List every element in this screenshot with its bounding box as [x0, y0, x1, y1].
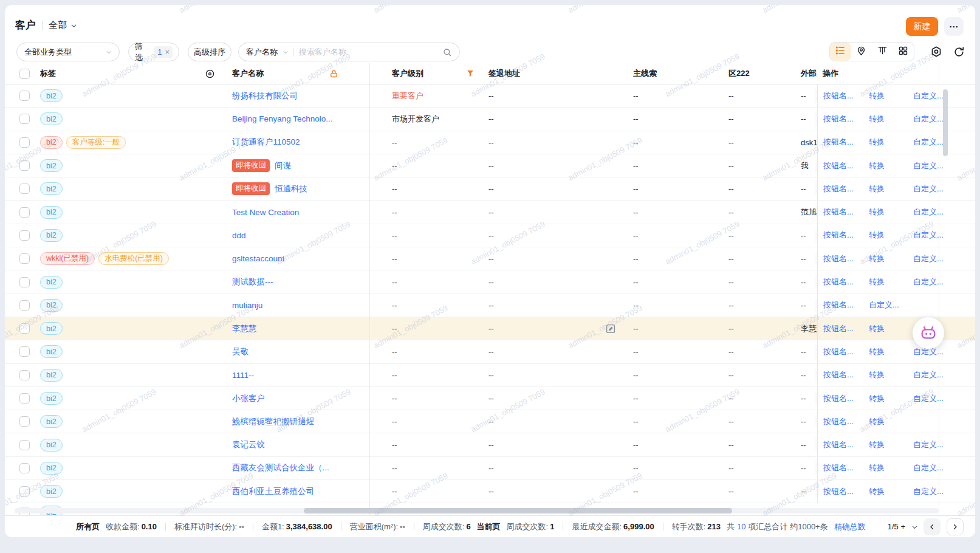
op-link[interactable]: 按钮名... — [823, 184, 869, 194]
table-row[interactable]: bi2Test New Creation--------范旭东按钮名...转换自… — [5, 201, 975, 224]
op-link[interactable]: 转换 — [869, 207, 913, 218]
table-row[interactable]: bi2西藏友会测试合伙企业（...----------按钮名...转换自定义..… — [5, 457, 975, 480]
op-link[interactable]: 按钮名... — [823, 369, 869, 380]
customer-name-link[interactable]: ddd — [232, 231, 246, 240]
op-link[interactable]: 按钮名... — [823, 160, 869, 171]
horizontal-scrollbar-thumb[interactable] — [304, 508, 732, 514]
search-combo[interactable]: 客户名称 搜索客户名称 — [238, 43, 460, 61]
customer-name-link[interactable]: gsltestaccount — [232, 254, 284, 263]
op-link[interactable]: 按钮名... — [823, 207, 869, 218]
customer-name-link[interactable]: 小张客户 — [232, 393, 265, 404]
op-link[interactable]: 转换 — [869, 369, 913, 380]
table-row[interactable]: bi2即将收回恒通科技----------按钮名...转换自定义... — [5, 177, 975, 201]
op-link[interactable]: 按钮名... — [823, 323, 869, 334]
op-link[interactable]: 按钮名... — [823, 439, 869, 450]
op-link[interactable]: 按钮名... — [823, 253, 869, 264]
more-button[interactable]: ⋯ — [944, 17, 964, 36]
op-link[interactable]: 转换 — [869, 160, 913, 171]
table-row[interactable]: bi2mulianju----------按钮名...自定义... — [5, 294, 975, 317]
op-link[interactable]: 转换 — [869, 462, 913, 473]
op-link[interactable]: 按钮名... — [823, 346, 869, 357]
op-link[interactable]: 转换 — [869, 486, 913, 497]
customer-name-link[interactable]: 袁记云饺 — [232, 439, 265, 450]
op-link[interactable]: 转换 — [869, 91, 913, 101]
select-all-checkbox[interactable] — [19, 69, 30, 79]
row-checkbox[interactable] — [19, 346, 30, 357]
table-row[interactable]: wkkl(已禁用)水电费松(已禁用)gsltestaccount--------… — [5, 247, 975, 270]
scope-select[interactable]: 全部 — [49, 19, 77, 31]
kanban-view-button[interactable] — [872, 43, 893, 61]
map-view-button[interactable] — [851, 43, 872, 61]
row-checkbox[interactable] — [19, 300, 30, 311]
row-checkbox[interactable] — [19, 370, 30, 380]
op-link[interactable]: 按钮名... — [823, 300, 869, 311]
customer-name-link[interactable]: 1111-- — [232, 371, 254, 380]
table-row[interactable]: bi2小张客户----------按钮名...转换自定义... — [5, 387, 975, 410]
filter-chip[interactable]: 筛选 1 × — [128, 43, 179, 61]
table-row[interactable]: bi2纷扬科技有限公司重要客户--------按钮名...转换自定义... — [5, 84, 975, 108]
op-link[interactable]: 按钮名... — [823, 230, 869, 241]
table-row[interactable]: bi2Beijing Fenyang Technolo...市场开发客户----… — [5, 108, 975, 131]
row-checkbox[interactable] — [19, 160, 30, 171]
refresh-icon[interactable] — [951, 44, 966, 59]
table-row[interactable]: bi2吴敬----------按钮名...转换自定义... — [5, 340, 975, 363]
customer-name-link[interactable]: 测试数据--- — [232, 276, 273, 287]
pagination-next-button[interactable] — [947, 518, 964, 535]
chevron-down-icon[interactable] — [911, 524, 917, 530]
op-link[interactable]: 按钮名... — [823, 91, 869, 101]
customer-name-link[interactable]: 西藏友会测试合伙企业（... — [232, 462, 329, 473]
customer-name-link[interactable]: 恒通科技 — [275, 184, 307, 194]
op-link[interactable]: 按钮名... — [823, 114, 869, 125]
search-input[interactable]: 搜索客户名称 — [299, 47, 437, 58]
list-view-button[interactable] — [830, 43, 851, 61]
table-row[interactable]: bi2西伯利亚土豆养殖公司----------按钮名...转换自定义... — [5, 480, 975, 503]
row-checkbox[interactable] — [19, 114, 30, 124]
customer-name-link[interactable]: 间谍 — [275, 160, 291, 171]
table-row[interactable]: bi2袁记云饺----------按钮名...转换自定义... — [5, 433, 975, 456]
customer-name-link[interactable]: 鮸槟缙轭鳖祀搬钘撾煋 — [232, 416, 314, 427]
customer-name-link[interactable]: 订货通客户110502 — [232, 137, 300, 148]
op-link[interactable]: 按钮名... — [823, 486, 869, 497]
op-link[interactable]: 按钮名... — [823, 416, 869, 427]
op-link[interactable]: 转换 — [869, 114, 913, 125]
table-row[interactable]: bi21111------------按钮名...转换自定义... — [5, 364, 975, 387]
op-link[interactable]: 转换 — [869, 276, 913, 287]
op-link[interactable]: 按钮名... — [823, 393, 869, 404]
op-link[interactable]: 转换 — [869, 346, 913, 357]
row-checkbox[interactable] — [19, 137, 30, 148]
row-checkbox[interactable] — [19, 230, 30, 241]
row-checkbox[interactable] — [19, 253, 30, 264]
customer-name-link[interactable]: 吴敬 — [232, 346, 248, 357]
row-checkbox[interactable] — [19, 323, 30, 334]
op-link[interactable]: 按钮名... — [823, 462, 869, 473]
grid-view-button[interactable] — [893, 43, 914, 61]
op-link[interactable]: 自定义... — [869, 300, 913, 311]
page-indicator[interactable]: 1/5 + — [888, 522, 905, 531]
row-checkbox[interactable] — [19, 184, 30, 194]
table-row[interactable]: bi2ddd----------按钮名...转换自定义... — [5, 224, 975, 247]
row-checkbox[interactable] — [19, 277, 30, 287]
customer-name-link[interactable]: 纷扬科技有限公司 — [232, 91, 298, 101]
op-link[interactable]: 转换 — [869, 393, 913, 404]
op-link[interactable]: 转换 — [869, 416, 913, 427]
op-link[interactable]: 转换 — [869, 439, 913, 450]
exact-total-link[interactable]: 精确总数 — [834, 521, 866, 532]
new-button[interactable]: 新建 — [906, 17, 938, 36]
op-link[interactable]: 转换 — [869, 230, 913, 241]
table-row[interactable]: bi2鮸槟缙轭鳖祀搬钘撾煋----------按钮名...转换 — [5, 410, 975, 433]
customer-name-link[interactable]: mulianju — [232, 301, 262, 310]
filter-funnel-icon[interactable] — [466, 69, 475, 78]
pagination-prev-button[interactable] — [923, 518, 941, 535]
pin-column-icon[interactable] — [205, 69, 215, 79]
table-row[interactable]: bi2测试数据-------------按钮名...转换自定义... — [5, 270, 975, 294]
op-link[interactable]: 转换 — [869, 323, 913, 334]
ai-assistant-button[interactable] — [913, 317, 944, 349]
row-checkbox[interactable] — [19, 463, 30, 473]
op-link[interactable]: 转换 — [869, 253, 913, 264]
op-link[interactable]: 转换 — [869, 184, 913, 194]
table-row[interactable]: bi2客户等级:一般订货通客户110502--------dsk1按钮名...转… — [5, 131, 975, 154]
table-row[interactable]: bi2即将收回间谍--------我按钮名...转换自定义... — [5, 154, 975, 177]
op-link[interactable]: 按钮名... — [823, 276, 869, 287]
customer-name-link[interactable]: 李慧慧 — [232, 323, 257, 334]
customer-name-link[interactable]: 西伯利亚土豆养殖公司 — [232, 486, 314, 497]
